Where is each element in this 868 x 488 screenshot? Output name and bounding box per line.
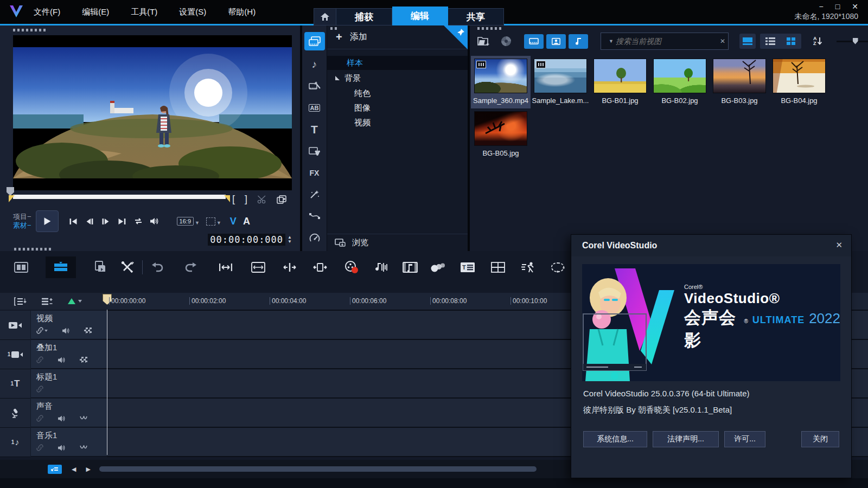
grab-frame-icon[interactable] bbox=[277, 195, 286, 204]
tab-capture[interactable]: 捕获 bbox=[336, 8, 392, 25]
system-info-button[interactable]: 系统信息... bbox=[583, 431, 647, 447]
mute-toggle[interactable] bbox=[58, 357, 66, 363]
mixed-tools-icon[interactable] bbox=[118, 258, 137, 277]
overlay-track-icon[interactable]: 1 bbox=[0, 340, 30, 369]
trim-end-handle[interactable] bbox=[224, 195, 230, 202]
mode-project[interactable]: 项目− bbox=[13, 213, 31, 221]
storyboard-view-icon[interactable] bbox=[12, 258, 30, 277]
play-button[interactable] bbox=[36, 210, 59, 232]
batch-convert-icon[interactable] bbox=[91, 258, 110, 277]
import-media-button[interactable] bbox=[477, 36, 490, 47]
library-folder-video[interactable]: 视频 bbox=[327, 115, 468, 130]
search-clear-icon[interactable]: ✕ bbox=[716, 37, 730, 45]
link-toggle[interactable] bbox=[36, 386, 43, 393]
panel-grip[interactable] bbox=[14, 248, 52, 251]
track-header[interactable]: 声音 bbox=[31, 399, 107, 427]
fit-project-icon[interactable] bbox=[216, 258, 235, 277]
marquee-select-tool[interactable] bbox=[206, 217, 215, 226]
redo-icon[interactable] bbox=[182, 258, 200, 277]
subtitle-editor-icon[interactable]: T bbox=[458, 258, 477, 277]
timecode-display[interactable]: 00:00:00:000 bbox=[208, 234, 285, 246]
close-dialog-button[interactable]: 关闭 bbox=[801, 431, 839, 447]
link-toggle[interactable] bbox=[36, 415, 43, 422]
effects-wand-icon[interactable] bbox=[304, 184, 325, 206]
filter-photos-button[interactable] bbox=[546, 34, 566, 49]
filter-icon[interactable]: FX bbox=[304, 162, 325, 184]
sort-button[interactable]: AZ bbox=[813, 36, 822, 46]
close-button[interactable]: ✕ bbox=[852, 2, 858, 11]
aspect-dropdown-icon[interactable]: ▼ bbox=[195, 220, 200, 226]
menu-help[interactable]: 帮助(H) bbox=[228, 7, 256, 17]
library-folder-samples[interactable]: 样本 bbox=[327, 56, 468, 70]
split-clip-icon[interactable] bbox=[257, 195, 267, 204]
add-folder-row[interactable]: + 添加 bbox=[327, 25, 468, 49]
media-item[interactable]: BG-B01.jpg bbox=[590, 56, 650, 108]
track-transparency-toggle[interactable] bbox=[84, 328, 92, 333]
tab-edit[interactable]: 编辑 bbox=[392, 7, 448, 25]
menu-tools[interactable]: 工具(T) bbox=[131, 7, 157, 17]
dialog-header[interactable]: Corel VideoStudio ✕ bbox=[571, 235, 851, 256]
panel-grip[interactable] bbox=[13, 29, 46, 31]
waveform-toggle[interactable] bbox=[80, 416, 87, 421]
link-toggle[interactable] bbox=[36, 327, 48, 334]
smart-proxy-icon[interactable] bbox=[500, 35, 512, 47]
maximize-button[interactable]: □ bbox=[835, 2, 840, 11]
split-screen-template-icon[interactable] bbox=[489, 258, 507, 277]
home-tab[interactable] bbox=[314, 8, 336, 25]
mode-clip[interactable]: 素材− bbox=[13, 221, 31, 230]
record-capture-icon[interactable] bbox=[342, 258, 361, 277]
trim-start-handle[interactable] bbox=[9, 195, 15, 202]
media-item[interactable]: BG-B05.jpg bbox=[471, 108, 531, 161]
media-library-icon[interactable] bbox=[304, 32, 325, 50]
media-item[interactable]: BG-B04.jpg bbox=[769, 56, 829, 108]
track-header[interactable]: 音乐1 bbox=[31, 428, 107, 457]
vqs-toggle[interactable]: V bbox=[230, 216, 237, 227]
next-frame-button[interactable] bbox=[98, 214, 114, 228]
mark-in-button[interactable]: [ bbox=[232, 194, 235, 205]
filter-audio-button[interactable] bbox=[569, 34, 588, 49]
media-item[interactable]: BG-B03.jpg bbox=[710, 56, 769, 108]
voice-track-icon[interactable] bbox=[0, 399, 30, 428]
prev-frame-button[interactable] bbox=[81, 214, 98, 228]
title-track-icon[interactable]: 1 T bbox=[0, 369, 30, 399]
ripple-editing-toggle[interactable] bbox=[67, 298, 82, 305]
media-item[interactable]: Sample_Lake.m... bbox=[531, 56, 590, 108]
scroll-left-button[interactable]: ◀ bbox=[72, 466, 76, 473]
thumbnail-size-slider[interactable] bbox=[837, 41, 868, 42]
link-toggle[interactable] bbox=[36, 444, 43, 451]
go-start-button[interactable] bbox=[65, 214, 81, 228]
timeline-view-icon[interactable] bbox=[46, 256, 76, 278]
transition-icon[interactable]: AB bbox=[304, 97, 325, 119]
search-scope-dropdown[interactable]: ▼ bbox=[609, 38, 614, 44]
browse-row[interactable]: 浏览 bbox=[327, 234, 468, 251]
waveform-toggle[interactable] bbox=[80, 445, 87, 450]
speed-icon[interactable] bbox=[304, 227, 325, 249]
library-folder-solid-color[interactable]: 纯色 bbox=[327, 86, 468, 100]
list-view-button[interactable] bbox=[760, 34, 781, 49]
mute-toggle[interactable] bbox=[58, 445, 66, 451]
volume-button[interactable] bbox=[146, 214, 163, 228]
time-remapping-icon[interactable] bbox=[519, 258, 538, 277]
ripple-edit-icon[interactable] bbox=[311, 258, 329, 277]
menu-edit[interactable]: 编辑(E) bbox=[82, 7, 109, 17]
marquee-dropdown-icon[interactable]: ▼ bbox=[216, 220, 221, 226]
mask-creator-icon[interactable] bbox=[548, 258, 567, 277]
horizontal-scrollbar[interactable] bbox=[99, 466, 537, 472]
library-folder-background[interactable]: 背景 bbox=[327, 71, 468, 85]
track-header[interactable]: 标题1 bbox=[31, 369, 107, 398]
preview-video[interactable] bbox=[13, 35, 292, 190]
motion-path-icon[interactable] bbox=[304, 206, 325, 227]
instant-project-icon[interactable] bbox=[304, 75, 325, 97]
title-icon[interactable]: T bbox=[304, 119, 325, 140]
auto-music-icon[interactable] bbox=[401, 258, 419, 277]
slider-knob[interactable] bbox=[853, 38, 858, 44]
sound-mixer-icon[interactable] bbox=[372, 258, 390, 277]
track-header[interactable]: 叠加1 bbox=[31, 340, 107, 369]
menu-file[interactable]: 文件(F) bbox=[34, 7, 60, 17]
track-transparency-toggle[interactable] bbox=[80, 357, 87, 363]
tab-share[interactable]: 共享 bbox=[448, 8, 504, 25]
track-header[interactable]: 视频 bbox=[31, 311, 107, 339]
link-toggle[interactable] bbox=[36, 356, 43, 363]
seek-bar[interactable] bbox=[13, 195, 226, 199]
mute-toggle[interactable] bbox=[62, 328, 70, 334]
